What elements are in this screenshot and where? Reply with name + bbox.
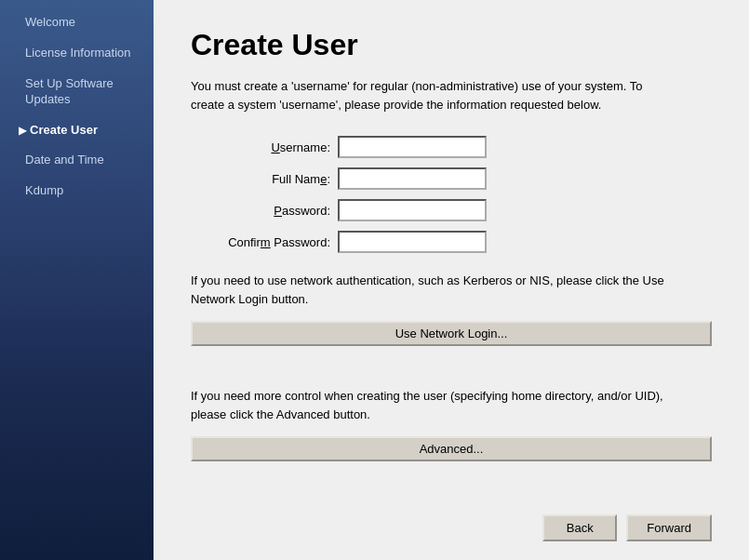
main-content: Create User You must create a 'username'… (154, 0, 749, 560)
sidebar-item-date-and-time[interactable]: Date and Time (0, 145, 154, 176)
password-label: Password: (191, 204, 330, 218)
sidebar-arrow (19, 153, 21, 167)
fullname-label-text: Full Name: (272, 172, 330, 186)
use-network-login-button[interactable]: Use Network Login... (191, 321, 712, 346)
sidebar-arrow: ▶ (19, 124, 26, 137)
password-input[interactable] (338, 199, 487, 221)
sidebar-item-label: License Information (25, 46, 142, 61)
forward-button[interactable]: Forward (626, 514, 712, 541)
intro-text: You must create a 'username' for regular… (191, 77, 675, 113)
sidebar-arrow (19, 47, 21, 60)
username-input[interactable] (338, 136, 487, 158)
back-button[interactable]: Back (542, 514, 617, 541)
sidebar-item-label: Kdump (25, 183, 142, 199)
sidebar-item-label: Date and Time (25, 153, 142, 168)
sidebar-item-label: Set Up Software Updates (25, 76, 142, 108)
sidebar-item-kdump[interactable]: Kdump (0, 176, 154, 207)
confirm-password-input[interactable] (338, 231, 487, 253)
username-label: Username: (191, 140, 330, 154)
sidebar-item-label: Welcome (25, 15, 142, 31)
user-form: Username: Full Name: Password: Confirm P… (191, 136, 712, 253)
password-row: Password: (191, 199, 712, 221)
sidebar-item-label: Create User (30, 123, 142, 139)
fullname-row: Full Name: (191, 167, 712, 190)
confirm-password-label: Confirm Password: (191, 235, 330, 249)
sidebar: Welcome License Information Set Up Softw… (0, 0, 154, 560)
sidebar-arrow (19, 16, 21, 29)
network-auth-text: If you need to use network authenticatio… (191, 272, 675, 308)
sidebar-item-license-information[interactable]: License Information (0, 38, 154, 69)
fullname-input[interactable] (338, 167, 487, 190)
username-row: Username: (191, 136, 712, 158)
username-label-text: Username: (271, 140, 330, 154)
sidebar-item-set-up-software-updates[interactable]: Set Up Software Updates (0, 69, 154, 115)
sidebar-item-welcome[interactable]: Welcome (0, 7, 154, 38)
page-title: Create User (191, 28, 712, 62)
confirm-password-label-text: Confirm Password: (228, 235, 330, 249)
confirm-password-row: Confirm Password: (191, 231, 712, 253)
bottom-nav: Back Forward (542, 514, 712, 541)
password-label-text: Password: (274, 204, 330, 218)
sidebar-arrow (19, 184, 21, 197)
sidebar-item-create-user[interactable]: ▶ Create User (0, 115, 154, 146)
advanced-button[interactable]: Advanced... (191, 436, 712, 461)
advanced-description-text: If you need more control when creating t… (191, 387, 675, 423)
sidebar-arrow (19, 77, 21, 90)
fullname-label: Full Name: (191, 172, 330, 186)
